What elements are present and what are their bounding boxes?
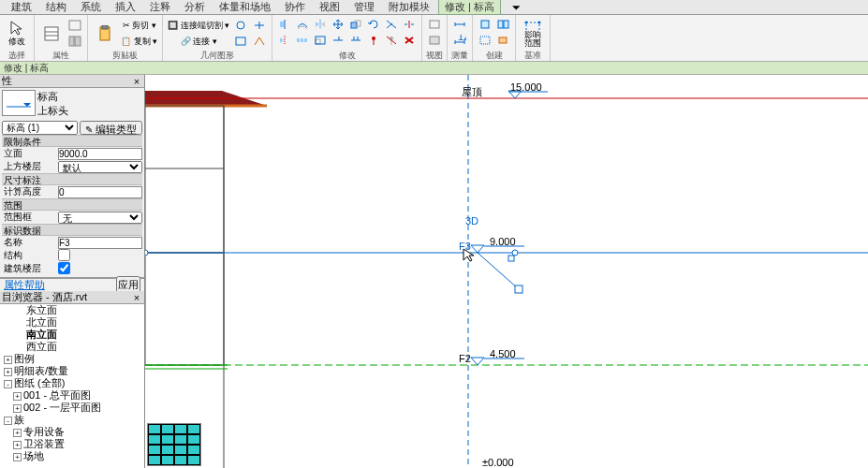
geom-tool[interactable] <box>251 34 268 49</box>
browser-node[interactable]: 东立面 <box>0 304 144 316</box>
paste-button[interactable] <box>92 19 118 49</box>
create-button[interactable] <box>477 17 493 32</box>
offset-button[interactable] <box>294 17 311 32</box>
level-elev[interactable]: 9.000 <box>490 236 516 247</box>
menu-tab[interactable]: 结构 <box>40 0 72 14</box>
name-input[interactable] <box>58 237 142 249</box>
browser-node[interactable]: +001 - 总平面图 <box>0 389 144 402</box>
delete-button[interactable] <box>401 33 418 48</box>
level-elev[interactable]: 15.000 <box>510 81 542 93</box>
menu-tab[interactable]: 插入 <box>110 0 141 14</box>
menu-tab[interactable]: 建筑 <box>6 0 37 14</box>
type-thumb[interactable] <box>2 90 36 116</box>
menu-tab[interactable]: 系统 <box>75 0 107 14</box>
menu-tab[interactable]: 协作 <box>279 0 311 14</box>
expand-icon[interactable]: + <box>4 356 12 364</box>
browser-node[interactable]: +明细表/数量 <box>0 365 144 377</box>
view-tool[interactable] <box>426 33 443 48</box>
menu-tab[interactable]: 管理 <box>348 0 380 14</box>
level-name[interactable]: 屋顶 <box>462 86 482 97</box>
family-button[interactable] <box>66 34 83 49</box>
expand-icon[interactable]: - <box>4 417 12 425</box>
type-name-label: 上标头 <box>37 104 142 118</box>
split-button[interactable] <box>401 17 418 32</box>
browser-node[interactable]: 南立面 <box>0 329 144 341</box>
menu-tab[interactable]: 视图 <box>314 0 346 14</box>
expand-icon[interactable]: + <box>13 441 22 449</box>
instance-selector[interactable]: 标高 (1) <box>2 121 78 135</box>
panel-title: 目浏览器 - 酒店.rvt <box>2 290 87 304</box>
ribbon: 修改 选择 属性 ✂ 剪切 ▾ 📋 复制 ▾ 剪贴板 🔲 连接端切割 ▾ <box>0 15 868 62</box>
close-icon[interactable]: × <box>131 76 142 87</box>
menu-tab-active[interactable]: 修改 | 标高 <box>438 0 501 15</box>
elevation-input[interactable] <box>58 148 142 160</box>
browser-node[interactable]: +专用设备 <box>0 426 144 438</box>
view-preview-thumb[interactable] <box>147 423 201 466</box>
browser-node[interactable]: 西立面 <box>0 341 144 353</box>
expand-icon[interactable]: + <box>13 404 22 413</box>
pin-button[interactable] <box>365 33 382 48</box>
assembly-button[interactable] <box>494 33 511 48</box>
drawing-canvas[interactable]: 屋顶 15.000 3D F3 9.000 F2 4.500 <box>145 75 868 468</box>
level-elev[interactable]: ±0.000 <box>482 457 514 468</box>
geom-tool[interactable] <box>251 18 268 33</box>
browser-node[interactable]: 北立面 <box>0 316 144 329</box>
edit-type-button[interactable]: ✎ 编辑类型 <box>80 121 142 135</box>
copy-elem-button[interactable] <box>347 17 364 32</box>
properties-button[interactable] <box>38 19 65 49</box>
mirror-draw-button[interactable] <box>276 33 293 48</box>
browser-node[interactable]: -族 <box>0 414 144 426</box>
level-name[interactable]: F2 <box>459 353 471 364</box>
marker-3d[interactable]: 3D <box>465 215 478 227</box>
mirror-axis-button[interactable] <box>312 17 329 32</box>
scale-button[interactable] <box>312 33 329 48</box>
group-button[interactable] <box>477 33 493 48</box>
modify-button[interactable]: 修改 <box>4 19 30 49</box>
drag-handle[interactable] <box>515 285 522 293</box>
array-button[interactable] <box>294 33 311 48</box>
calc-height-input[interactable] <box>58 186 142 198</box>
level-elev[interactable]: 4.500 <box>490 348 516 359</box>
project-browser[interactable]: 东立面 北立面 南立面 西立面 +图例 +明细表/数量 -图纸 (全部) +00… <box>0 304 144 468</box>
trim-multi-button[interactable] <box>347 33 364 48</box>
align-button[interactable] <box>276 17 293 32</box>
menu-tab[interactable]: 分析 <box>179 0 211 14</box>
structural-check[interactable] <box>58 249 70 261</box>
expand-icon[interactable]: - <box>4 380 12 388</box>
dim-button[interactable]: 12 <box>451 33 468 48</box>
above-level-select[interactable]: 默认 <box>58 161 142 173</box>
geom-tool[interactable] <box>232 34 249 49</box>
close-icon[interactable]: × <box>131 292 142 303</box>
geom-tool[interactable] <box>232 18 249 33</box>
expand-icon[interactable]: + <box>13 429 22 437</box>
cut-button[interactable]: ✂ 剪切 ▾ <box>120 18 158 33</box>
rotate-button[interactable] <box>365 17 382 32</box>
trim-button[interactable] <box>383 17 400 32</box>
menu-tab[interactable]: 注释 <box>144 0 176 14</box>
expand-icon[interactable]: + <box>4 368 12 376</box>
expand-icon[interactable]: + <box>13 392 22 401</box>
browser-node[interactable]: +场地 <box>0 450 144 462</box>
trim-single-button[interactable] <box>330 33 346 48</box>
browser-node[interactable]: +图例 <box>0 353 144 365</box>
panel-title: 性 <box>2 74 12 88</box>
browser-node[interactable]: -图纸 (全部) <box>0 377 144 389</box>
building-story-check[interactable] <box>58 262 70 274</box>
menu-tab[interactable]: 附加模块 <box>383 0 435 14</box>
browser-node[interactable]: +卫浴装置 <box>0 438 144 450</box>
copy-button[interactable]: 📋 复制 ▾ <box>120 34 158 49</box>
dropdown-icon[interactable]: ⏷ <box>511 2 522 13</box>
expand-icon[interactable]: + <box>13 453 22 461</box>
measure-button[interactable] <box>451 17 468 32</box>
similar-button[interactable] <box>494 17 511 32</box>
menu-tab[interactable]: 体量和场地 <box>213 0 276 14</box>
browser-node[interactable]: +002 - 一层平面图 <box>0 402 144 414</box>
type-props-button[interactable] <box>66 18 83 33</box>
unpin-button[interactable] <box>383 33 400 48</box>
cope-button[interactable]: 🔲 连接端切割 ▾ <box>167 18 230 33</box>
view-tool[interactable] <box>426 17 443 32</box>
move-button[interactable] <box>330 17 346 32</box>
scope-box-button[interactable]: 影响 范围 <box>520 19 546 49</box>
scope-box-select[interactable]: 无 <box>58 212 142 224</box>
join-button[interactable]: 🔗 连接 ▾ <box>167 34 230 49</box>
